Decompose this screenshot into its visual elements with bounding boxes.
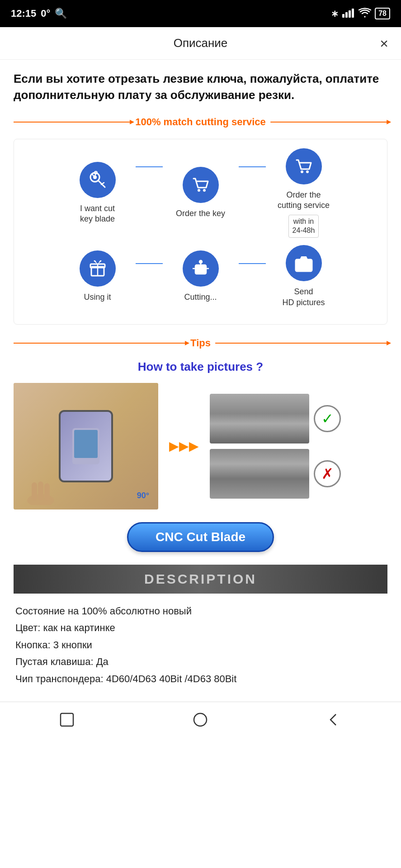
nav-square-button[interactable]	[53, 706, 80, 733]
connector-2	[239, 166, 266, 167]
check-ok-icon: ✓	[314, 405, 341, 432]
battery-icon: 78	[375, 8, 390, 19]
flow-label-cutting-service: Order thecutting service	[278, 190, 330, 211]
within-note: with in24-48h	[288, 215, 319, 238]
bottom-nav	[0, 702, 401, 738]
svg-point-11	[203, 189, 206, 192]
wifi-icon	[359, 8, 371, 20]
flow-label-order-key: Order the key	[176, 208, 225, 219]
arrows-icon: ▶▶▶	[165, 439, 203, 453]
cnc-button-wrap: CNC Cut Blade	[14, 522, 387, 552]
cutting-section-header: 100% match cutting service	[14, 116, 387, 128]
cutting-label: 100% match cutting service	[135, 116, 266, 128]
svg-rect-31	[32, 482, 37, 500]
flow-item-order-key: Order the key	[165, 167, 237, 219]
status-right: ∗ 78	[331, 8, 390, 20]
desc-line-4: Пустая клавиша: Да	[15, 653, 386, 670]
svg-rect-1	[345, 12, 348, 18]
cart-icon-circle	[183, 167, 219, 203]
cart2-icon-circle	[286, 148, 322, 184]
flow-row-2: Using it Cutting...	[21, 245, 380, 308]
photo-bad-row: ✗	[210, 449, 387, 499]
svg-point-18	[197, 267, 199, 270]
connector-1	[136, 166, 163, 167]
photo-right-col: ✓ ✗	[210, 394, 387, 499]
robot-icon-circle	[183, 250, 219, 287]
desc-line-1: Состояние на 100% абсолютно новый	[15, 603, 386, 619]
tips-line-left	[14, 343, 186, 344]
svg-rect-0	[342, 14, 344, 18]
main-content: Если вы хотите отрезать лезвие ключа, по…	[0, 60, 401, 687]
header-line-left	[14, 122, 131, 123]
photo-good-row: ✓	[210, 394, 387, 443]
svg-rect-34	[61, 713, 73, 726]
how-to-title: How to take pictures ?	[14, 360, 387, 374]
svg-point-35	[194, 713, 207, 726]
flow-label-using: Using it	[84, 292, 111, 302]
nav-home-button[interactable]	[187, 706, 214, 733]
flow-item-using: Using it	[61, 250, 134, 302]
check-no-icon: ✗	[314, 460, 341, 487]
photo-blade-bad	[210, 449, 309, 499]
phone-inner	[59, 410, 113, 482]
angle-label: 90°	[137, 491, 149, 500]
svg-point-12	[301, 170, 303, 173]
search-icon[interactable]: 🔍	[55, 8, 67, 19]
svg-rect-3	[352, 9, 354, 18]
flow-label-cutting: Cutting...	[184, 292, 217, 302]
photo-blade-good	[210, 394, 309, 443]
blade-bad-img	[210, 449, 309, 499]
description-text: Состояние на 100% абсолютно новый Цвет: …	[14, 603, 387, 687]
photos-grid: 90° ▶▶▶ ✓	[14, 383, 387, 509]
svg-point-10	[198, 189, 200, 192]
tips-section-header: Tips	[14, 337, 387, 349]
svg-rect-33	[44, 483, 50, 500]
keys-icon-circle	[80, 162, 116, 198]
flow-item-send-photos: SendHD pictures	[268, 245, 340, 308]
svg-rect-29	[74, 430, 98, 458]
svg-point-19	[202, 267, 205, 270]
nav-back-button[interactable]	[321, 706, 348, 733]
desc-line-2: Цвет: как на картинке	[15, 619, 386, 636]
svg-point-27	[308, 261, 310, 263]
connector-4	[239, 263, 266, 264]
flow-label-want-cut: I want cutkey blade	[80, 203, 115, 225]
time: 12:15	[11, 8, 36, 19]
close-button[interactable]: ×	[380, 35, 388, 52]
camera-icon-circle	[286, 245, 322, 281]
bluetooth-icon: ∗	[331, 8, 339, 19]
connector-3	[136, 263, 163, 264]
blade-good-img	[210, 394, 309, 443]
gift-icon-circle	[80, 250, 116, 287]
svg-line-7	[101, 183, 104, 184]
signal-icon	[342, 8, 355, 20]
degree: 0°	[41, 8, 50, 19]
flow-item-cutting-service: Order thecutting service with in24-48h	[268, 148, 340, 238]
desc-line-5: Чип транспондера: 4D60/4D63 40Bit /4D63 …	[15, 670, 386, 687]
svg-rect-32	[38, 481, 43, 500]
intro-text: Если вы хотите отрезать лезвие ключа, по…	[14, 71, 387, 104]
page-title: Описание	[174, 36, 228, 50]
flow-item-want-cut: I want cutkey blade	[61, 162, 134, 225]
status-left: 12:15 0° 🔍	[11, 8, 67, 19]
flow-item-cutting: Cutting...	[165, 250, 237, 302]
flow-diagram: I want cutkey blade Order the key	[14, 139, 387, 325]
photo-person: 90°	[14, 383, 158, 509]
header-line-right	[270, 122, 387, 123]
tips-line-right	[215, 343, 387, 344]
svg-rect-2	[349, 10, 351, 18]
desc-line-3: Кнопка: 3 кнопки	[15, 637, 386, 653]
header: Описание ×	[0, 27, 401, 60]
status-bar: 12:15 0° 🔍 ∗ 78	[0, 0, 401, 27]
flow-label-send-photos: SendHD pictures	[282, 287, 325, 308]
flow-item-inner: Order thecutting service	[268, 148, 340, 211]
tips-label: Tips	[190, 337, 211, 349]
svg-point-13	[306, 170, 309, 173]
cnc-cut-blade-button[interactable]: CNC Cut Blade	[127, 522, 274, 552]
description-header-text: DESCRIPTION	[144, 571, 257, 587]
flow-row-1: I want cutkey blade Order the key	[21, 148, 380, 238]
svg-rect-20	[198, 271, 203, 273]
description-header: DESCRIPTION	[14, 565, 387, 594]
phone-photo-mockup: 90°	[14, 383, 158, 509]
svg-point-22	[199, 260, 202, 263]
